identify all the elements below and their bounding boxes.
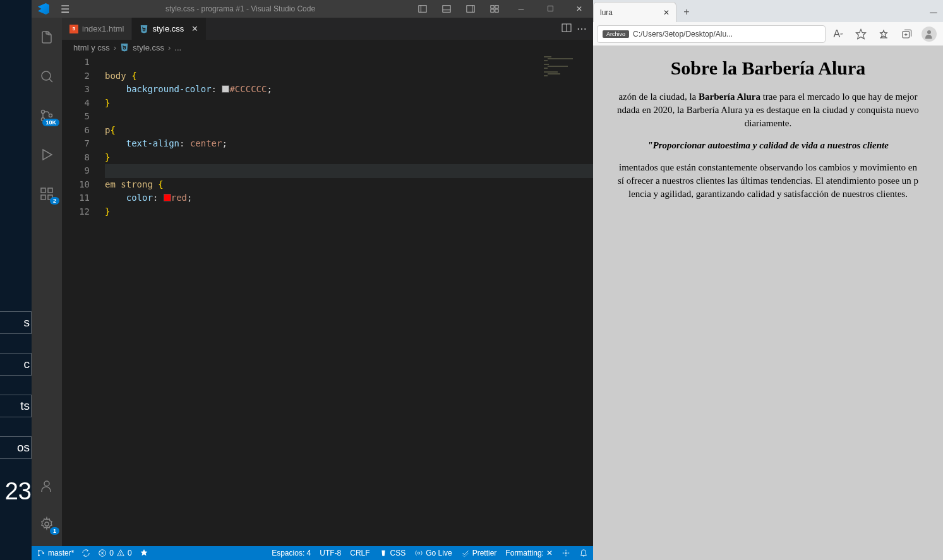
encoding-indicator[interactable]: UTF-8 (320, 549, 341, 557)
breadcrumb-more: ... (174, 43, 181, 52)
desktop-folder[interactable]: ts (0, 395, 32, 417)
layout-panel-right-icon[interactable] (459, 0, 482, 18)
breadcrumb-folder: html y css (73, 43, 110, 52)
browser-tab[interactable]: lura ✕ (593, 2, 676, 22)
desktop-folder[interactable]: c (0, 353, 32, 376)
css-file-icon (120, 43, 129, 52)
svg-rect-0 (419, 6, 426, 13)
settings-badge: 1 (50, 527, 59, 535)
close-button[interactable]: ✕ (565, 0, 593, 18)
git-branch[interactable]: master* (37, 549, 74, 557)
address-bar[interactable]: Archivo C:/Users/3etop/Desktop/Alu... (597, 25, 826, 43)
spaces-indicator[interactable]: Espacios: 4 (272, 549, 311, 557)
accounts-icon[interactable] (32, 473, 62, 499)
extensions-icon[interactable]: 2 (32, 181, 62, 207)
maximize-button[interactable]: ☐ (536, 0, 564, 18)
minimize-button[interactable]: ─ (507, 0, 535, 18)
window-title: style.css - programa #1 - Visual Studio … (69, 4, 411, 13)
source-control-icon[interactable]: 10K (32, 102, 62, 129)
close-tab-icon[interactable]: ✕ (191, 24, 198, 33)
code-editor[interactable]: 123456789101112 body { background-color:… (62, 55, 593, 546)
minimap[interactable] (544, 56, 582, 77)
layout-panel-left-icon[interactable] (411, 0, 434, 18)
eol-indicator[interactable]: CRLF (350, 549, 369, 557)
page-paragraph: imentados que están constantemente obser… (593, 161, 943, 201)
profile-avatar[interactable] (919, 24, 939, 44)
svg-rect-8 (491, 9, 494, 12)
favorites-list-icon[interactable] (874, 24, 894, 44)
collections-icon[interactable] (896, 24, 916, 44)
html-file-icon: 5 (69, 25, 78, 33)
svg-point-20 (44, 481, 49, 486)
browser-viewport[interactable]: Sobre la Barbería Alura azón de la ciuda… (593, 46, 943, 560)
desktop-clock: 23 (0, 478, 32, 505)
desktop-folder[interactable]: os (0, 436, 32, 459)
svg-rect-16 (41, 188, 45, 193)
svg-line-11 (49, 79, 52, 82)
language-indicator[interactable]: CSS (379, 549, 406, 557)
vertical-scrollbar[interactable] (584, 55, 593, 546)
browser-toolbar: Archivo C:/Users/3etop/Desktop/Alu... A» (593, 22, 943, 46)
svg-point-31 (121, 554, 121, 555)
svg-rect-7 (495, 6, 498, 8)
new-tab-button[interactable]: + (676, 2, 697, 22)
explorer-icon[interactable] (32, 24, 62, 51)
svg-rect-6 (491, 6, 494, 8)
golive-button[interactable]: Go Live (414, 549, 452, 557)
tab-label: index1.html (82, 24, 124, 33)
page-heading: Sobre la Barbería Alura (593, 57, 943, 79)
chevron-right-icon: › (168, 43, 171, 52)
tab-index-html[interactable]: 5 index1.html (62, 18, 132, 40)
search-icon[interactable] (32, 63, 62, 90)
favorite-star-icon[interactable] (851, 24, 871, 44)
svg-marker-34 (856, 29, 866, 39)
titlebar: ☰ style.css - programa #1 - Visual Studi… (32, 0, 593, 18)
sync-icon[interactable] (81, 549, 90, 557)
customize-layout-icon[interactable] (483, 0, 506, 18)
vscode-window: ☰ style.css - programa #1 - Visual Studi… (32, 0, 593, 560)
page-paragraph: azón de la ciudad, la Barbería Alura tra… (593, 90, 943, 130)
svg-point-21 (45, 522, 49, 526)
svg-point-12 (42, 110, 45, 114)
settings-gear-icon[interactable]: 1 (32, 511, 62, 537)
menu-icon[interactable]: ☰ (61, 3, 69, 15)
editor-area: 5 index1.html style.css ✕ ⋯ html y css › (62, 18, 593, 546)
svg-rect-17 (41, 195, 45, 200)
browser-tab-strip: lura ✕ + ─ (593, 0, 943, 22)
tab-style-css[interactable]: style.css ✕ (132, 18, 207, 40)
vscode-logo-icon (38, 3, 49, 15)
status-bar: master* 0 0 Espacios: 4 UTF-8 CRLF CSS G… (32, 546, 593, 560)
breadcrumb[interactable]: html y css › style.css › ... (62, 40, 593, 55)
line-numbers: 123456789101112 (62, 55, 105, 546)
minimize-button[interactable]: ─ (924, 3, 943, 22)
close-tab-icon[interactable]: ✕ (663, 8, 670, 17)
css-file-icon (140, 25, 148, 33)
prettier-button[interactable]: Prettier (461, 549, 497, 557)
run-debug-icon[interactable] (32, 141, 62, 168)
svg-rect-19 (48, 188, 52, 193)
chevron-right-icon: › (114, 43, 116, 52)
read-aloud-icon[interactable]: A» (828, 24, 848, 44)
formatting-button[interactable]: Formatting: ✕ (505, 549, 553, 557)
address-text: C:/Users/3etop/Desktop/Alu... (633, 30, 733, 39)
layout-panel-bottom-icon[interactable] (435, 0, 458, 18)
feedback-icon[interactable] (562, 549, 570, 557)
page-quote: "Proporcionar autoestima y calidad de vi… (593, 139, 943, 152)
code-content[interactable]: body { background-color: #CCCCCC;} p{ te… (105, 55, 593, 546)
problems[interactable]: 0 0 (98, 549, 131, 557)
activity-bar: 10K 2 1 (32, 18, 62, 546)
file-protocol-label: Archivo (603, 30, 629, 38)
svg-point-24 (38, 550, 40, 552)
desktop-left-edge: s c ts os 23 (0, 0, 32, 560)
taskbar (0, 530, 32, 560)
desktop-folder[interactable]: s (0, 311, 32, 334)
svg-point-33 (565, 552, 567, 554)
notifications-bell-icon[interactable] (579, 549, 588, 557)
more-actions-icon[interactable]: ⋯ (577, 23, 587, 35)
svg-rect-9 (495, 9, 498, 12)
split-editor-icon[interactable] (562, 23, 572, 35)
svg-marker-15 (43, 150, 52, 160)
port-icon[interactable] (140, 549, 148, 557)
svg-point-25 (38, 554, 40, 556)
svg-point-14 (49, 114, 52, 117)
